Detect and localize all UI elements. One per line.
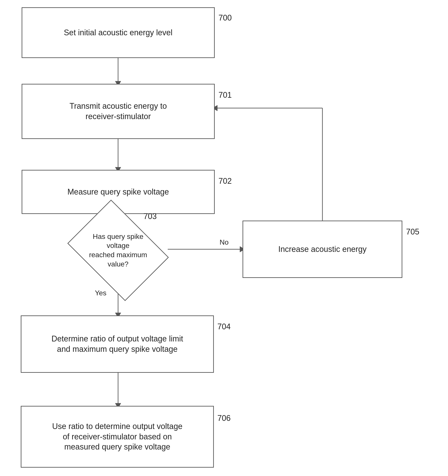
box-704: Determine ratio of output voltage limita… — [21, 315, 214, 373]
yes-arrow-label: Yes — [95, 289, 106, 297]
label-702: 702 — [218, 176, 232, 186]
box-700: Set initial acoustic energy level — [22, 7, 215, 58]
diamond-703: Has query spike voltagereached maximum v… — [73, 218, 163, 282]
label-706: 706 — [217, 414, 231, 423]
label-703: 703 — [144, 212, 157, 221]
diagram-container: Set initial acoustic energy level 700 Tr… — [0, 0, 448, 476]
box-701: Transmit acoustic energy toreceiver-stim… — [22, 84, 215, 139]
label-704: 704 — [217, 322, 231, 331]
label-700: 700 — [218, 13, 232, 23]
label-705: 705 — [406, 227, 419, 237]
box-706: Use ratio to determine output voltageof … — [21, 406, 214, 468]
no-arrow-label: No — [220, 238, 229, 246]
label-701: 701 — [218, 91, 232, 100]
box-705: Increase acoustic energy — [242, 221, 402, 278]
